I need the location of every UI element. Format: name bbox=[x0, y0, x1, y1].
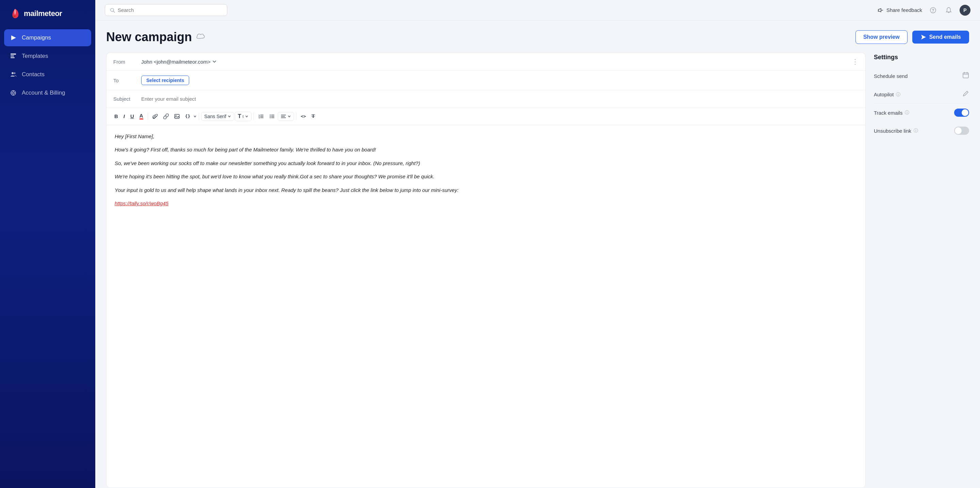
send-emails-label: Send emails bbox=[929, 34, 961, 40]
share-feedback-button[interactable]: Share feedback bbox=[878, 7, 922, 13]
chevron-down-icon bbox=[212, 59, 217, 64]
templates-label: Templates bbox=[22, 53, 48, 60]
svg-rect-36 bbox=[963, 73, 969, 78]
sidebar-item-campaigns[interactable]: Campaigns bbox=[4, 29, 91, 46]
svg-rect-3 bbox=[11, 56, 14, 57]
strikethrough-button[interactable]: T bbox=[309, 111, 317, 121]
unsubscribe-link-toggle-knob bbox=[955, 127, 962, 134]
sidebar-item-templates[interactable]: Templates bbox=[4, 48, 91, 65]
search-box[interactable] bbox=[105, 4, 227, 16]
subject-value[interactable] bbox=[141, 96, 859, 102]
main-area: Share feedback ? P New campaign Show pre… bbox=[95, 0, 980, 488]
track-emails-toggle[interactable] bbox=[954, 108, 969, 117]
editor-link[interactable]: https://tally.so/r/woBg45 bbox=[115, 200, 169, 206]
toolbar-divider-1 bbox=[148, 113, 148, 120]
settings-schedule-send[interactable]: Schedule send bbox=[874, 67, 969, 86]
editor-content[interactable]: Hey [First Name], How's it going? First … bbox=[107, 125, 865, 488]
share-feedback-label: Share feedback bbox=[886, 7, 922, 13]
sidebar-navigation: Campaigns Templates Contacts Account & B… bbox=[0, 29, 95, 488]
editor-line-5: Your input is gold to us and will help s… bbox=[115, 186, 857, 195]
font-family-chevron-icon bbox=[228, 115, 231, 118]
font-family-select[interactable]: Sans Serif bbox=[201, 112, 234, 121]
font-size-chevron-icon bbox=[245, 115, 248, 118]
font-family-label: Sans Serif bbox=[204, 114, 226, 119]
text-align-select[interactable] bbox=[278, 112, 294, 121]
editor-link-line: https://tally.so/r/woBg45 bbox=[115, 199, 857, 208]
sidebar-item-contacts[interactable]: Contacts bbox=[4, 66, 91, 83]
unsubscribe-link-toggle[interactable] bbox=[954, 127, 969, 135]
editor-line-4: We're hoping it's been hitting the spot,… bbox=[115, 172, 857, 181]
settings-autopilot-label: Autopilot bbox=[874, 92, 894, 97]
campaigns-icon bbox=[10, 34, 17, 41]
svg-text:?: ? bbox=[932, 8, 934, 13]
bold-button[interactable]: B bbox=[112, 111, 121, 121]
svg-point-0 bbox=[13, 15, 16, 17]
svg-marker-1 bbox=[11, 35, 16, 40]
track-emails-info-icon[interactable]: ⓘ bbox=[905, 110, 909, 116]
svg-rect-19 bbox=[175, 114, 179, 118]
settings-unsubscribe-left: Unsubscribe link ⓘ bbox=[874, 128, 918, 134]
underline-button[interactable]: U bbox=[128, 111, 137, 121]
italic-button[interactable]: I bbox=[121, 111, 127, 121]
sidebar: mailmeteor Campaigns Templates Contacts bbox=[0, 0, 95, 488]
code-block-chevron-icon bbox=[193, 115, 197, 118]
settings-track-emails-label: Track emails bbox=[874, 110, 902, 116]
ordered-list-button[interactable]: 1.2.3. bbox=[256, 112, 266, 121]
svg-point-28 bbox=[269, 116, 270, 117]
toolbar-divider-3 bbox=[253, 113, 254, 120]
page-content: New campaign Show preview Send emails Fr… bbox=[95, 21, 980, 488]
header-actions: Show preview Send emails bbox=[856, 30, 969, 44]
search-icon bbox=[110, 8, 115, 13]
from-dropdown[interactable]: John <john@mailmeteor.com> bbox=[141, 59, 217, 65]
toolbar-divider-4 bbox=[296, 113, 296, 120]
editor-line-1: Hey [First Name], bbox=[115, 132, 857, 141]
attach-button[interactable] bbox=[150, 112, 160, 121]
account-billing-label: Account & Billing bbox=[22, 89, 65, 96]
settings-schedule-send-left: Schedule send bbox=[874, 73, 907, 79]
align-chevron-icon bbox=[288, 115, 291, 118]
logo-text: mailmeteor bbox=[24, 9, 62, 18]
logo-icon bbox=[8, 8, 21, 20]
font-color-button[interactable]: A bbox=[137, 111, 146, 121]
settings-autopilot[interactable]: Autopilot ⓘ bbox=[874, 86, 969, 104]
subject-input[interactable] bbox=[141, 96, 859, 102]
font-size-select[interactable]: Tt bbox=[235, 111, 251, 121]
settings-track-emails-left: Track emails ⓘ bbox=[874, 110, 909, 116]
save-status-cloud-icon bbox=[196, 32, 205, 42]
more-options-button[interactable]: ⋮ bbox=[852, 57, 859, 66]
notifications-icon-button[interactable] bbox=[944, 5, 953, 15]
show-preview-button[interactable]: Show preview bbox=[856, 30, 907, 44]
sidebar-item-account-billing[interactable]: Account & Billing bbox=[4, 84, 91, 102]
bullet-list-button[interactable] bbox=[267, 112, 277, 121]
link-button[interactable] bbox=[161, 112, 171, 121]
to-value: Select recipients bbox=[141, 76, 859, 85]
logo-area: mailmeteor bbox=[0, 0, 95, 29]
account-billing-icon bbox=[10, 89, 17, 97]
topbar-right: Share feedback ? P bbox=[878, 5, 970, 16]
help-icon-button[interactable]: ? bbox=[928, 5, 938, 15]
settings-schedule-send-label: Schedule send bbox=[874, 73, 907, 79]
select-recipients-button[interactable]: Select recipients bbox=[141, 76, 189, 85]
settings-track-emails: Track emails ⓘ bbox=[874, 104, 969, 122]
unsubscribe-info-icon[interactable]: ⓘ bbox=[914, 128, 918, 134]
campaigns-label: Campaigns bbox=[22, 34, 51, 41]
from-label: From bbox=[113, 59, 137, 65]
avatar[interactable]: P bbox=[959, 5, 970, 16]
svg-point-6 bbox=[14, 73, 16, 74]
topbar: Share feedback ? P bbox=[95, 0, 980, 21]
editor-toolbar: B I U A {} bbox=[107, 108, 865, 125]
code-block-button[interactable]: {} bbox=[183, 112, 193, 121]
search-input[interactable] bbox=[118, 7, 222, 13]
track-emails-toggle-knob bbox=[962, 109, 969, 116]
subject-field: Subject bbox=[107, 90, 865, 108]
body-layout: From John <john@mailmeteor.com> ⋮ To Sel… bbox=[106, 52, 969, 488]
contacts-label: Contacts bbox=[22, 71, 45, 78]
inline-code-button[interactable]: <> bbox=[298, 112, 309, 121]
from-value: John <john@mailmeteor.com> bbox=[141, 59, 848, 65]
svg-rect-4 bbox=[11, 57, 14, 58]
image-button[interactable] bbox=[172, 112, 182, 121]
editor-line-2: How's it going? First off, thanks so muc… bbox=[115, 145, 857, 154]
autopilot-info-icon[interactable]: ⓘ bbox=[896, 92, 900, 98]
send-emails-button[interactable]: Send emails bbox=[912, 31, 969, 44]
svg-point-5 bbox=[11, 72, 14, 74]
